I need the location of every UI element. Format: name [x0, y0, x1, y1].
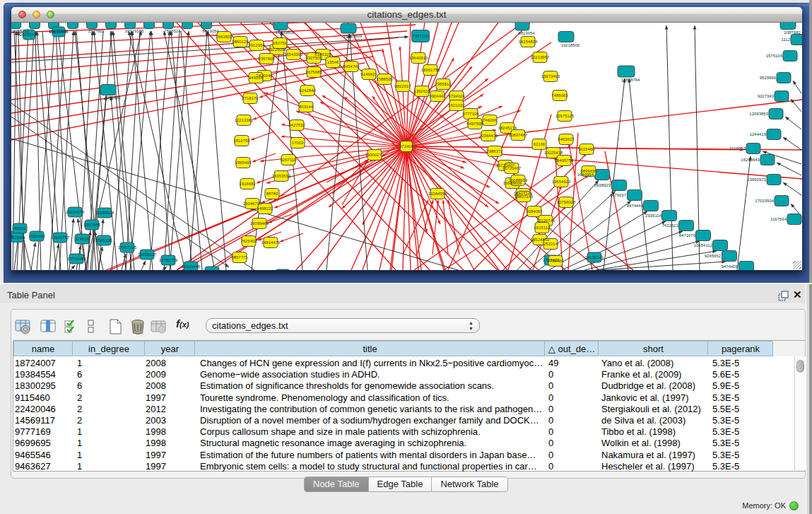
svg-text:10025438: 10025438	[544, 151, 563, 155]
svg-text:12323446: 12323446	[182, 264, 201, 269]
svg-text:16099469: 16099469	[250, 221, 269, 226]
svg-text:9529996: 9529996	[760, 76, 777, 80]
svg-text:9427532: 9427532	[288, 123, 305, 127]
svg-text:19300273: 19300273	[365, 153, 384, 157]
svg-text:9084067: 9084067	[526, 209, 543, 214]
svg-text:3215953: 3215953	[729, 146, 746, 151]
svg-text:19033809: 19033809	[276, 30, 295, 35]
svg-text:2718170: 2718170	[242, 96, 259, 100]
svg-text:10756928: 10756928	[557, 200, 576, 204]
svg-text:14914479: 14914479	[261, 240, 281, 245]
svg-text:7515524: 7515524	[164, 29, 181, 33]
svg-text:9115460: 9115460	[579, 147, 596, 151]
svg-text:1810755: 1810755	[233, 139, 250, 143]
svg-text:62166: 62166	[534, 142, 546, 146]
svg-text:252214: 252214	[543, 242, 558, 246]
svg-text:24055721: 24055721	[20, 33, 39, 37]
svg-text:9227343: 9227343	[758, 94, 775, 98]
svg-text:13546: 13546	[327, 60, 339, 64]
svg-text:3498222: 3498222	[257, 206, 273, 211]
svg-text:8454749: 8454749	[343, 64, 360, 69]
svg-text:7986372: 7986372	[486, 149, 503, 153]
svg-text:1167534: 1167534	[770, 217, 787, 221]
svg-text:19384554: 19384554	[428, 192, 447, 196]
svg-text:17003: 17003	[292, 141, 304, 145]
svg-text:114519: 114519	[75, 237, 89, 241]
svg-text:85001: 85001	[14, 226, 26, 230]
svg-text:803144: 803144	[299, 105, 314, 109]
svg-text:12093853: 12093853	[749, 112, 768, 116]
svg-text:7663822: 7663822	[216, 35, 233, 39]
svg-text:23226058: 23226058	[268, 47, 287, 52]
svg-text:15716485: 15716485	[67, 257, 86, 261]
svg-text:1244419: 1244419	[750, 132, 767, 136]
svg-text:13654923: 13654923	[552, 180, 571, 184]
svg-text:7485063: 7485063	[551, 93, 568, 98]
svg-text:12213967: 12213967	[531, 55, 550, 59]
svg-text:2087682: 2087682	[784, 30, 801, 35]
svg-text:10973493: 10973493	[541, 74, 560, 78]
svg-text:7955812: 7955812	[435, 82, 452, 86]
svg-text:8471676: 8471676	[679, 233, 696, 238]
svg-text:6899695: 6899695	[580, 169, 597, 173]
svg-text:88783: 88783	[266, 192, 278, 196]
svg-text:9242848: 9242848	[299, 88, 316, 93]
svg-text:2935114: 2935114	[645, 214, 662, 218]
svg-text:9463627: 9463627	[558, 137, 575, 141]
svg-text:9327505: 9327505	[305, 56, 322, 60]
svg-text:16154808: 16154808	[519, 40, 538, 44]
svg-text:19495756: 19495756	[555, 158, 574, 163]
svg-text:9860123: 9860123	[232, 40, 249, 44]
svg-text:9857771: 9857771	[231, 255, 248, 259]
svg-text:16033809: 16033809	[343, 34, 363, 38]
svg-text:921534: 921534	[11, 235, 25, 240]
svg-text:16961758: 16961758	[421, 68, 440, 72]
svg-text:1733426: 1733426	[547, 259, 564, 263]
svg-text:3675685: 3675685	[305, 70, 322, 74]
svg-text:18807249: 18807249	[514, 194, 534, 199]
svg-text:18245174: 18245174	[498, 126, 517, 130]
svg-text:9904443: 9904443	[429, 94, 446, 98]
svg-text:20364436: 20364436	[479, 134, 498, 138]
svg-text:8813054: 8813054	[202, 29, 219, 33]
svg-text:3912954: 3912954	[248, 43, 265, 47]
svg-text:6497508: 6497508	[466, 122, 483, 126]
svg-text:2053346: 2053346	[104, 95, 121, 100]
svg-text:10719155: 10719155	[125, 29, 144, 33]
svg-text:1156819: 1156819	[29, 234, 46, 238]
svg-text:949164: 949164	[249, 76, 264, 80]
svg-text:1621022: 1621022	[448, 103, 465, 107]
svg-text:746266: 746266	[483, 118, 498, 122]
svg-text:9397588: 9397588	[83, 223, 100, 227]
svg-text:3267110: 3267110	[281, 158, 298, 162]
svg-text:16046798: 16046798	[243, 201, 262, 206]
svg-text:16782759: 16782759	[159, 258, 178, 262]
svg-text:15353594: 15353594	[272, 174, 291, 178]
svg-text:9777109: 9777109	[462, 112, 479, 116]
svg-text:182750: 182750	[273, 41, 288, 45]
svg-text:14136141: 14136141	[585, 255, 604, 259]
svg-text:7632621: 7632621	[662, 223, 679, 228]
svg-text:931534: 931534	[205, 269, 220, 270]
svg-text:18724007: 18724007	[397, 144, 416, 148]
svg-text:12975125: 12975125	[555, 114, 575, 118]
svg-text:20206575: 20206575	[66, 210, 85, 214]
svg-text:10688609: 10688609	[509, 178, 528, 182]
svg-text:12359924: 12359924	[95, 211, 114, 215]
svg-text:8938923: 8938923	[594, 183, 611, 187]
svg-text:16210643: 16210643	[741, 158, 760, 162]
svg-text:19218506: 19218506	[561, 43, 580, 47]
svg-text:1965493: 1965493	[235, 160, 252, 165]
svg-text:10654112: 10654112	[694, 243, 713, 247]
svg-text:9146821: 9146821	[360, 72, 377, 76]
svg-text:1588520: 1588520	[376, 77, 393, 81]
svg-text:17010504: 17010504	[755, 199, 774, 203]
svg-text:16848764: 16848764	[621, 78, 640, 82]
svg-text:6479197: 6479197	[610, 193, 627, 197]
svg-text:2505135: 2505135	[95, 238, 112, 243]
svg-text:9474444: 9474444	[627, 204, 644, 208]
svg-text:16543362: 16543362	[284, 52, 303, 57]
svg-text:9822017: 9822017	[394, 84, 411, 88]
svg-text:1615112: 1615112	[534, 226, 551, 230]
svg-text:19358107: 19358107	[138, 252, 157, 257]
